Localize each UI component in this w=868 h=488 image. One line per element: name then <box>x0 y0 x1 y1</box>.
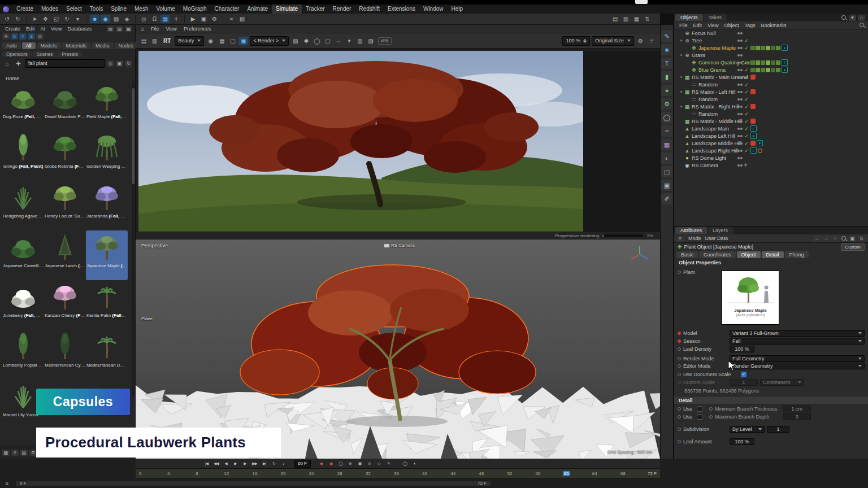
asset-item[interactable]: Japanese Camellia (Fall, Plant) <box>2 230 44 280</box>
object-row[interactable]: ▾▦RS Matrix - Main Ground✓ <box>674 73 868 81</box>
solo-object-button[interactable]: ◐ <box>410 460 419 467</box>
asset-tab-media[interactable]: Media <box>92 42 114 49</box>
assets-menu-create[interactable]: Create <box>2 25 23 33</box>
visibility-toggles[interactable] <box>737 54 743 56</box>
move-axes-icon[interactable]: ✛ <box>2 33 10 40</box>
menu-modes[interactable]: Modes <box>37 5 62 14</box>
size-select[interactable]: Original Size <box>592 36 634 46</box>
record-rotation-toggle[interactable]: ⊙ <box>365 460 374 467</box>
move-tool-icon[interactable]: ✥ <box>41 15 50 23</box>
visibility-toggles[interactable] <box>737 84 743 86</box>
frame-tick[interactable]: 60 <box>563 471 591 476</box>
tab-attributes[interactable]: Attributes <box>675 227 707 234</box>
enable-check-icon[interactable]: ✓ <box>744 126 749 132</box>
asset-item[interactable]: Kentia Palm (Fall, Plant) <box>86 280 128 330</box>
enable-check-icon[interactable]: ✓ <box>744 148 749 154</box>
assets-menu-edit[interactable]: Edit <box>23 25 38 33</box>
thumbnail-size-icon[interactable]: ▣ <box>116 60 123 67</box>
tab-objects[interactable]: Objects <box>675 14 703 21</box>
goto-end-button[interactable]: ▶| <box>260 460 268 467</box>
menu-volume[interactable]: Volume <box>152 5 179 14</box>
dock-right-icon[interactable]: ▥ <box>116 26 123 32</box>
visibility-toggles[interactable] <box>737 135 743 137</box>
menu-create[interactable]: Create <box>12 5 37 14</box>
enable-check-icon[interactable]: ✓ <box>744 60 749 66</box>
frame-tick[interactable]: 0 <box>138 471 166 476</box>
field-icon[interactable]: ◯ <box>661 112 672 123</box>
material-tag[interactable] <box>750 104 756 109</box>
record-pla-toggle[interactable]: ✎ <box>384 460 393 467</box>
object-row[interactable]: ∷Random✓ <box>674 110 868 117</box>
goto-start-button[interactable]: |◀ <box>202 460 211 467</box>
asset-subtab-presets[interactable]: Presets <box>58 51 82 57</box>
denoise-icon[interactable]: ✱ <box>301 37 311 45</box>
expand-toggle-icon[interactable]: ▾ <box>679 90 684 94</box>
object-row[interactable]: ●RS Dome Light <box>674 154 868 162</box>
next-frame-button[interactable]: ▶ <box>241 460 249 467</box>
frame-tick[interactable]: 44 <box>449 471 478 476</box>
tab-layers[interactable]: Layers <box>708 227 733 234</box>
histogram-icon[interactable]: ▨ <box>366 37 375 45</box>
material-tags[interactable] <box>750 68 780 72</box>
frame-tick[interactable]: 28 <box>336 471 364 476</box>
tab-takes[interactable]: Takes <box>704 14 727 21</box>
list-view-icon[interactable]: ≡ <box>11 450 19 456</box>
asset-tab-models[interactable]: Models <box>37 42 61 49</box>
current-frame-field[interactable]: 60 F <box>294 460 311 468</box>
loop-button[interactable]: ↻ <box>270 460 278 467</box>
asset-item[interactable]: Juneberry (Fall, Plant) <box>2 280 44 330</box>
checker-icon[interactable]: ▧ <box>290 37 300 45</box>
asset-tab-auto[interactable]: Auto <box>2 42 21 49</box>
frame-tag[interactable]: F <box>750 147 757 154</box>
zoom-stepper[interactable] <box>583 39 587 43</box>
tab-coordinates[interactable]: Coordinates <box>699 251 736 258</box>
autokey-button[interactable]: ◉ <box>327 460 335 467</box>
visibility-toggles[interactable] <box>737 40 743 42</box>
visibility-toggles[interactable] <box>737 113 743 115</box>
axis-z-button[interactable]: Z <box>28 33 35 40</box>
use-document-scale-checkbox[interactable]: ✓ <box>741 372 747 377</box>
visibility-toggles[interactable] <box>737 69 743 71</box>
user-data-menu[interactable]: User Data <box>705 236 728 241</box>
expand-toggle-icon[interactable]: ▾ <box>679 38 684 43</box>
rotate-tool-icon[interactable]: ↻ <box>62 15 72 23</box>
camera-select-icon[interactable]: ◉ <box>206 37 215 45</box>
asset-tab-materials[interactable]: Materials <box>62 42 91 49</box>
editor-mode-select[interactable]: Render Geometry <box>730 363 865 369</box>
expand-toggle-icon[interactable]: ▾ <box>679 75 684 80</box>
asset-tab-nodes[interactable]: Nodes <box>115 42 137 49</box>
enable-check-icon[interactable]: ✓ <box>744 38 749 43</box>
dynamics-icon[interactable]: ▧ <box>237 15 247 23</box>
columns-view-icon[interactable]: ▤ <box>20 450 28 456</box>
visibility-toggles[interactable] <box>737 142 743 145</box>
region-icon[interactable]: ▢ <box>323 37 332 45</box>
tab-object[interactable]: Object <box>737 251 761 258</box>
anim-dot-icon[interactable] <box>678 415 681 419</box>
primitive-cube-icon[interactable]: ■ <box>661 44 672 55</box>
material-tag[interactable] <box>750 89 756 94</box>
material-tags[interactable] <box>750 46 780 50</box>
material-tag[interactable] <box>750 141 756 146</box>
workplane-lock-icon[interactable]: ◎ <box>36 33 44 40</box>
objects-menu-bookmarks[interactable]: Bookmarks <box>758 22 789 29</box>
visibility-toggles[interactable] <box>737 120 743 123</box>
asset-item[interactable]: Jacaranda (Fall, Plant) <box>86 181 128 230</box>
visibility-toggles[interactable] <box>737 91 743 93</box>
frame-tick[interactable]: 4 <box>166 471 194 476</box>
camera-label[interactable]: RS Camera <box>384 243 415 248</box>
visibility-toggles[interactable] <box>737 106 743 108</box>
scale-tool-icon[interactable]: ◱ <box>51 15 61 23</box>
object-row[interactable]: ∷Random✓ <box>674 81 868 88</box>
assets-menu-ai[interactable]: AI <box>38 25 49 33</box>
render-view-button[interactable]: ▶ <box>188 15 198 23</box>
prev-frame-button[interactable]: ◀ <box>222 460 230 467</box>
leaf-density-field[interactable]: 100 % <box>730 346 754 352</box>
anim-dot-icon[interactable] <box>678 373 681 376</box>
use-min-branch-checkbox[interactable] <box>697 406 702 412</box>
play-button[interactable]: ▶ <box>231 460 240 467</box>
rt-toggle[interactable]: RT <box>161 38 173 44</box>
subdivision-mode-select[interactable]: By Level <box>730 426 765 433</box>
menu-tools[interactable]: Tools <box>86 5 107 14</box>
frame-tag[interactable]: F <box>782 45 788 51</box>
frame-tick[interactable]: 68 <box>619 471 648 476</box>
